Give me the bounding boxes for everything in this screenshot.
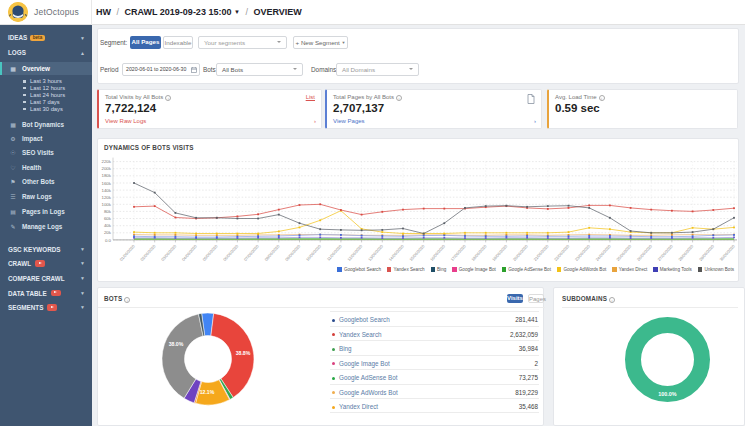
svg-text:120k: 120k bbox=[101, 195, 111, 200]
svg-text:40k: 40k bbox=[104, 223, 112, 228]
svg-text:18/06/2020: 18/06/2020 bbox=[470, 243, 488, 262]
svg-text:12/06/2020: 12/06/2020 bbox=[346, 243, 364, 262]
svg-text:08/06/2020: 08/06/2020 bbox=[263, 243, 281, 262]
svg-text:03/06/2020: 03/06/2020 bbox=[160, 243, 178, 262]
svg-text:140k: 140k bbox=[101, 188, 111, 193]
svg-text:19/06/2020: 19/06/2020 bbox=[491, 243, 509, 262]
svg-text:01/06/2020: 01/06/2020 bbox=[119, 243, 137, 262]
svg-text:14/06/2020: 14/06/2020 bbox=[388, 243, 406, 262]
svg-text:02/06/2020: 02/06/2020 bbox=[139, 243, 157, 262]
svg-text:30/06/2020: 30/06/2020 bbox=[719, 243, 737, 262]
svg-text:38.0%: 38.0% bbox=[169, 341, 184, 347]
svg-text:22/06/2020: 22/06/2020 bbox=[553, 243, 571, 262]
svg-text:100.0%: 100.0% bbox=[658, 391, 676, 397]
svg-text:09/06/2020: 09/06/2020 bbox=[284, 243, 302, 262]
svg-text:23/06/2020: 23/06/2020 bbox=[574, 243, 592, 262]
svg-text:11/06/2020: 11/06/2020 bbox=[326, 243, 343, 262]
svg-text:200k: 200k bbox=[101, 166, 111, 171]
svg-text:20k: 20k bbox=[104, 230, 112, 235]
svg-text:05/06/2020: 05/06/2020 bbox=[201, 243, 219, 262]
svg-text:26/06/2020: 26/06/2020 bbox=[636, 243, 654, 262]
svg-text:25/06/2020: 25/06/2020 bbox=[615, 243, 633, 262]
svg-text:21/06/2020: 21/06/2020 bbox=[532, 243, 550, 262]
svg-text:220k: 220k bbox=[101, 159, 111, 164]
svg-text:20/06/2020: 20/06/2020 bbox=[512, 243, 530, 262]
svg-text:29/06/2020: 29/06/2020 bbox=[698, 243, 716, 262]
svg-text:60k: 60k bbox=[104, 216, 112, 221]
svg-text:180k: 180k bbox=[101, 173, 111, 178]
svg-text:12.1%: 12.1% bbox=[200, 389, 215, 395]
svg-text:17/06/2020: 17/06/2020 bbox=[450, 243, 468, 262]
svg-text:04/06/2020: 04/06/2020 bbox=[181, 243, 199, 262]
svg-text:24/06/2020: 24/06/2020 bbox=[595, 243, 613, 262]
svg-text:27/06/2020: 27/06/2020 bbox=[657, 243, 675, 262]
svg-text:15/06/2020: 15/06/2020 bbox=[408, 243, 426, 262]
svg-text:06/06/2020: 06/06/2020 bbox=[222, 243, 240, 262]
svg-text:16/06/2020: 16/06/2020 bbox=[429, 243, 447, 262]
svg-text:80k: 80k bbox=[104, 209, 112, 214]
svg-text:10/06/2020: 10/06/2020 bbox=[305, 243, 323, 262]
svg-text:100k: 100k bbox=[101, 202, 111, 207]
svg-text:0.0: 0.0 bbox=[105, 238, 112, 243]
svg-text:38.8%: 38.8% bbox=[236, 350, 251, 356]
svg-text:07/06/2020: 07/06/2020 bbox=[243, 243, 261, 262]
svg-text:28/06/2020: 28/06/2020 bbox=[677, 243, 695, 262]
svg-text:160k: 160k bbox=[101, 181, 111, 186]
svg-text:13/06/2020: 13/06/2020 bbox=[367, 243, 385, 262]
